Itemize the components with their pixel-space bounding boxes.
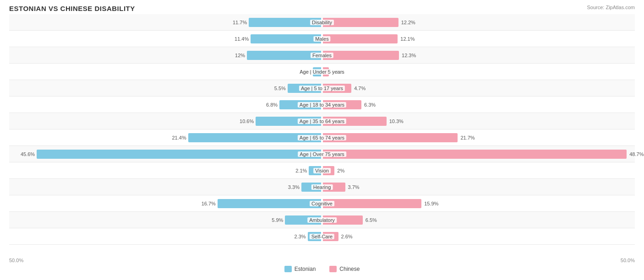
estonian-value: 16.7% bbox=[202, 201, 216, 206]
table-row: 3.3% Hearing 3.7% bbox=[9, 179, 635, 195]
right-part: 15.9% bbox=[322, 198, 635, 210]
estonian-value: 11.7% bbox=[233, 20, 247, 25]
bar-inner: 11.7% Disability 12.2% bbox=[9, 16, 635, 28]
table-row: 16.7% Cognitive 15.9% bbox=[9, 195, 635, 212]
chinese-bar bbox=[323, 232, 338, 241]
estonian-value: 2.1% bbox=[295, 168, 307, 173]
right-part: 48.7% bbox=[322, 148, 635, 160]
left-part: 2.1% bbox=[9, 165, 322, 177]
table-row: 10.6% Age | 35 to 64 years 10.3% bbox=[9, 113, 635, 129]
bar-section: 6.8% Age | 18 to 34 years 6.3% bbox=[9, 97, 635, 113]
bar-inner: 10.6% Age | 35 to 64 years 10.3% bbox=[9, 115, 635, 127]
table-row: 5.5% Age | 5 to 17 years 4.7% bbox=[9, 80, 635, 97]
estonian-color-box bbox=[284, 266, 292, 272]
table-row: 2.1% Vision 2% bbox=[9, 162, 635, 179]
right-part: 12.3% bbox=[322, 49, 635, 61]
estonian-value: 21.4% bbox=[172, 135, 186, 140]
chart-container: ESTONIAN VS CHINESE DISABILITY Source: Z… bbox=[0, 0, 644, 280]
table-row: 2.3% Self-Care 2.6% bbox=[9, 228, 635, 245]
bar-inner: 5.9% Ambulatory 6.5% bbox=[9, 214, 635, 226]
legend-item-chinese: Chinese bbox=[329, 266, 360, 272]
estonian-bar bbox=[313, 67, 321, 76]
chart-area: 11.7% Disability 12.2% bbox=[9, 14, 635, 257]
right-part: 6.5% bbox=[322, 214, 635, 226]
right-part: 12.2% bbox=[322, 16, 635, 28]
bar-section: 3.3% Hearing 3.7% bbox=[9, 179, 635, 195]
estonian-bar bbox=[285, 215, 321, 225]
bar-section: 2.1% Vision 2% bbox=[9, 162, 635, 178]
estonian-value: 5.9% bbox=[272, 217, 283, 223]
chinese-value: 2% bbox=[337, 168, 344, 173]
right-part: 10.3% bbox=[322, 115, 635, 127]
right-part: 6.3% bbox=[322, 99, 635, 111]
bar-inner: 12% Females 12.3% bbox=[9, 49, 635, 61]
bar-inner: 3.3% Hearing 3.7% bbox=[9, 181, 635, 193]
bar-section: 11.7% Disability 12.2% bbox=[9, 14, 635, 30]
estonian-bar bbox=[251, 34, 321, 43]
chinese-bar bbox=[323, 117, 387, 126]
estonian-value: 12% bbox=[235, 53, 245, 58]
chinese-bar bbox=[323, 166, 334, 175]
estonian-bar bbox=[256, 117, 321, 126]
legend: Estonian Chinese bbox=[9, 266, 635, 272]
right-part: 12.1% bbox=[322, 33, 635, 45]
chinese-bar bbox=[323, 18, 398, 27]
table-row: 11.7% Disability 12.2% bbox=[9, 14, 635, 31]
bar-section: 11.4% Males 12.1% bbox=[9, 31, 635, 47]
chinese-value: 1.1% bbox=[332, 69, 343, 75]
estonian-value: 45.6% bbox=[21, 151, 35, 157]
chinese-value: 12.2% bbox=[401, 20, 415, 25]
chinese-value: 3.7% bbox=[348, 184, 360, 190]
chinese-value: 2.6% bbox=[341, 234, 353, 239]
estonian-value: 6.8% bbox=[266, 102, 278, 108]
estonian-label: Estonian bbox=[295, 266, 316, 272]
axis-labels: 50.0% 50.0% bbox=[9, 258, 635, 263]
chinese-color-box bbox=[329, 266, 337, 272]
chinese-value: 10.3% bbox=[389, 118, 404, 124]
bar-inner: 21.4% Age | 65 to 74 years 21.7% bbox=[9, 132, 635, 144]
table-row: 21.4% Age | 65 to 74 years 21.7% bbox=[9, 129, 635, 146]
left-part: 2.3% bbox=[9, 231, 322, 242]
right-part: 2% bbox=[322, 165, 635, 177]
chinese-bar bbox=[323, 199, 421, 208]
right-part: 1.1% bbox=[322, 66, 635, 78]
bar-section: 12% Females 12.3% bbox=[9, 47, 635, 63]
left-part: 45.6% bbox=[9, 148, 322, 160]
table-row: 12% Females 12.3% bbox=[9, 47, 635, 64]
estonian-bar bbox=[218, 199, 321, 208]
left-part: 3.3% bbox=[9, 181, 322, 193]
legend-item-estonian: Estonian bbox=[284, 266, 316, 272]
chinese-label: Chinese bbox=[339, 266, 360, 272]
chart-title: ESTONIAN VS CHINESE DISABILITY bbox=[9, 5, 635, 12]
left-part: 1.5% bbox=[9, 66, 322, 78]
bar-inner: 6.8% Age | 18 to 34 years 6.3% bbox=[9, 99, 635, 111]
estonian-bar bbox=[309, 166, 321, 175]
left-part: 21.4% bbox=[9, 132, 322, 144]
chinese-value: 12.3% bbox=[402, 53, 416, 58]
chinese-value: 4.7% bbox=[354, 86, 366, 91]
bar-inner: 45.6% Age | Over 75 years 48.7% bbox=[9, 148, 635, 160]
chinese-bar bbox=[323, 150, 627, 159]
left-part: 10.6% bbox=[9, 115, 322, 127]
estonian-value: 5.5% bbox=[274, 86, 286, 91]
bar-inner: 16.7% Cognitive 15.9% bbox=[9, 198, 635, 210]
estonian-bar bbox=[37, 150, 321, 159]
bar-inner: 1.5% Age | Under 5 years 1.1% bbox=[9, 66, 635, 78]
chinese-value: 6.3% bbox=[364, 102, 376, 108]
right-part: 3.7% bbox=[322, 181, 635, 193]
table-row: 11.4% Males 12.1% bbox=[9, 31, 635, 47]
estonian-value: 10.6% bbox=[240, 118, 254, 124]
estonian-bar bbox=[249, 18, 321, 27]
bar-section: 2.3% Self-Care 2.6% bbox=[9, 228, 635, 244]
bar-section: 16.7% Cognitive 15.9% bbox=[9, 195, 635, 211]
bar-section: 45.6% Age | Over 75 years 48.7% bbox=[9, 146, 635, 162]
bar-section: 10.6% Age | 35 to 64 years 10.3% bbox=[9, 113, 635, 129]
estonian-bar bbox=[301, 183, 321, 192]
table-row: 1.5% Age | Under 5 years 1.1% bbox=[9, 64, 635, 80]
chinese-bar bbox=[323, 215, 363, 225]
estonian-value: 2.3% bbox=[295, 234, 306, 239]
left-part: 16.7% bbox=[9, 198, 322, 210]
estonian-bar bbox=[188, 133, 321, 142]
chinese-value: 21.7% bbox=[460, 135, 475, 140]
right-part: 4.7% bbox=[322, 82, 635, 94]
